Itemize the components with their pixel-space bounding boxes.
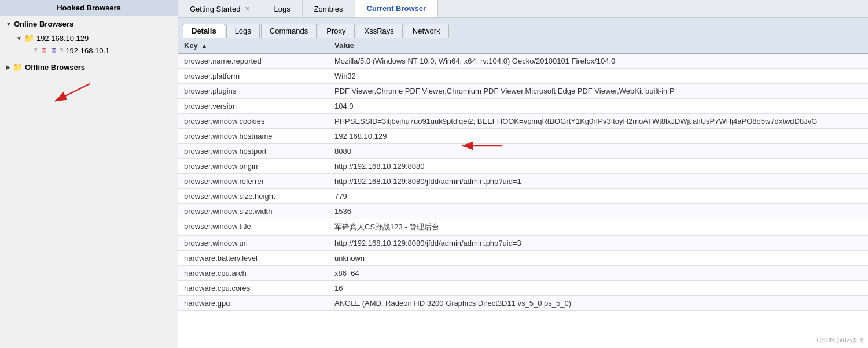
sort-arrow-icon: ▲ — [201, 42, 207, 49]
table-row: browser.window.size.height779 — [178, 189, 868, 204]
details-table: Key ▲ Value browser.name.reportedMozilla… — [178, 38, 868, 311]
table-body: browser.name.reportedMozilla/5.0 (Window… — [178, 53, 868, 311]
table-cell-value: unknown — [329, 251, 868, 266]
tab-getting-started[interactable]: Getting Started ✕ — [178, 0, 262, 17]
col-header-value: Value — [329, 38, 868, 53]
subtab-network[interactable]: Network — [404, 24, 449, 38]
table-row: browser.window.hostport8080 — [178, 144, 868, 159]
tab-getting-started-close[interactable]: ✕ — [245, 5, 250, 13]
tab-zombies[interactable]: Zombies — [303, 0, 355, 17]
folder-icon: 📁 — [24, 34, 34, 43]
table-cell-value: x86_64 — [329, 266, 868, 281]
online-browsers-text: Online Browsers — [14, 20, 73, 28]
subtab-commands[interactable]: Commands — [261, 24, 317, 38]
browser-ip-label: 192.168.10.1 — [65, 46, 109, 55]
question-icon-2: ? — [60, 47, 64, 55]
table-cell-value: 16 — [329, 281, 868, 296]
table-row: hardware.gpuANGLE (AMD, Radeon HD 3200 G… — [178, 296, 868, 311]
details-table-area: Key ▲ Value browser.name.reportedMozilla… — [178, 38, 868, 348]
table-row: browser.window.hostname192.168.10.129 — [178, 129, 868, 144]
table-row: hardware.battery.levelunknown — [178, 251, 868, 266]
table-cell-key: browser.window.origin — [178, 159, 329, 174]
offline-expand-icon: ▶ — [6, 64, 10, 71]
table-row: browser.window.cookiesPHPSESSID=3jtjbvjh… — [178, 114, 868, 129]
browser-icon-1: 🖥 — [40, 46, 47, 55]
table-cell-key: browser.window.uri — [178, 236, 329, 251]
table-cell-key: browser.window.hostname — [178, 129, 329, 144]
table-row: browser.window.size.width1536 — [178, 204, 868, 219]
ip-group-label[interactable]: ▼ 📁 192.168.10.129 — [12, 32, 178, 45]
table-cell-value: http://192.168.10.129:8080 — [329, 159, 868, 174]
main-panel: Getting Started ✕ Logs Zombies Current B… — [178, 0, 868, 348]
table-cell-key: browser.window.title — [178, 219, 329, 236]
table-cell-value: 军锋真人CS野战123 - 管理后台 — [329, 219, 868, 236]
table-cell-value: 779 — [329, 189, 868, 204]
table-row: browser.name.reportedMozilla/5.0 (Window… — [178, 53, 868, 69]
table-row: browser.window.title军锋真人CS野战123 - 管理后台 — [178, 219, 868, 236]
table-row: browser.pluginsPDF Viewer,Chrome PDF Vie… — [178, 84, 868, 99]
table-row: browser.window.urihttp://192.168.10.129:… — [178, 236, 868, 251]
table-cell-value: ANGLE (AMD, Radeon HD 3200 Graphics Dire… — [329, 296, 868, 311]
browser-entry[interactable]: ? 🖥 🖥 ? 192.168.10.1 — [29, 45, 178, 57]
table-cell-key: browser.plugins — [178, 84, 329, 99]
online-browsers-group: ▼ Online Browsers ▼ 📁 192.168.10.129 ? 🖥… — [0, 16, 178, 59]
sidebar-title: Hooked Browsers — [0, 0, 178, 16]
question-icon-1: ? — [34, 47, 38, 55]
tab-current-browser-label: Current Browser — [367, 4, 426, 13]
ip-group: ▼ 📁 192.168.10.129 ? 🖥 🖥 ? 192.168.10.1 — [12, 31, 178, 58]
table-cell-key: hardware.cpu.arch — [178, 266, 329, 281]
ip-children: ? 🖥 🖥 ? 192.168.10.1 — [12, 45, 178, 57]
table-cell-key: browser.window.cookies — [178, 114, 329, 129]
table-cell-key: browser.window.size.height — [178, 189, 329, 204]
table-cell-value: 104.0 — [329, 99, 868, 114]
offline-browsers-label[interactable]: ▶ 📁 Offline Browsers — [0, 60, 178, 74]
table-cell-key: browser.window.referrer — [178, 174, 329, 189]
subtab-proxy[interactable]: Proxy — [318, 24, 354, 38]
subtab-logs[interactable]: Logs — [226, 24, 260, 38]
sub-tabs: Details Logs Commands Proxy XssRays Netw… — [178, 18, 868, 38]
table-row: browser.window.originhttp://192.168.10.1… — [178, 159, 868, 174]
table-row: hardware.cpu.archx86_64 — [178, 266, 868, 281]
ip-label: 192.168.10.129 — [36, 34, 89, 43]
sidebar: Hooked Browsers ▼ Online Browsers ▼ 📁 19… — [0, 0, 178, 348]
table-cell-value: http://192.168.10.129:8080/jfdd/admin/ad… — [329, 174, 868, 189]
table-row: browser.version104.0 — [178, 99, 868, 114]
table-cell-key: browser.window.size.width — [178, 204, 329, 219]
subtab-xssrays[interactable]: XssRays — [356, 24, 403, 38]
table-cell-value: http://192.168.10.129:8080/jfdd/admin/ad… — [329, 236, 868, 251]
tab-zombies-label: Zombies — [314, 5, 343, 13]
offline-browsers-group: ▶ 📁 Offline Browsers — [0, 59, 178, 75]
table-cell-value: 8080 — [329, 144, 868, 159]
tab-current-browser[interactable]: Current Browser — [355, 0, 439, 17]
table-cell-value: Mozilla/5.0 (Windows NT 10.0; Win64; x64… — [329, 53, 868, 69]
browser-icon-2: 🖥 — [50, 46, 57, 55]
expand-triangle-icon: ▼ — [6, 21, 12, 27]
table-cell-value: PHPSESSID=3jtjbvjhu7uo91uuk9ptdiqei2; BE… — [329, 114, 868, 129]
online-browsers-sub: ▼ 📁 192.168.10.129 ? 🖥 🖥 ? 192.168.10.1 — [0, 31, 178, 58]
table-row: browser.window.referrerhttp://192.168.10… — [178, 174, 868, 189]
tab-getting-started-label: Getting Started — [190, 5, 240, 13]
ip-expand-icon: ▼ — [16, 35, 22, 42]
top-nav: Getting Started ✕ Logs Zombies Current B… — [178, 0, 868, 18]
table-cell-key: hardware.cpu.cores — [178, 281, 329, 296]
table-cell-value: 1536 — [329, 204, 868, 219]
subtab-details[interactable]: Details — [183, 24, 225, 38]
table-cell-value: 192.168.10.129 — [329, 129, 868, 144]
offline-browsers-text: Offline Browsers — [25, 63, 85, 72]
table-cell-key: hardware.gpu — [178, 296, 329, 311]
table-row: browser.platformWin32 — [178, 69, 868, 84]
online-browsers-label[interactable]: ▼ Online Browsers — [0, 17, 178, 31]
table-cell-key: hardware.battery.level — [178, 251, 329, 266]
table-cell-value: Win32 — [329, 69, 868, 84]
svg-line-1 — [55, 84, 90, 101]
table-cell-key: browser.platform — [178, 69, 329, 84]
col-header-key: Key ▲ — [178, 38, 329, 53]
table-cell-key: browser.window.hostport — [178, 144, 329, 159]
offline-folder-icon: 📁 — [13, 62, 23, 72]
table-cell-key: browser.name.reported — [178, 53, 329, 69]
table-row: hardware.cpu.cores16 — [178, 281, 868, 296]
table-cell-value: PDF Viewer,Chrome PDF Viewer,Chromium PD… — [329, 84, 868, 99]
tab-logs[interactable]: Logs — [262, 0, 302, 17]
tab-logs-label: Logs — [274, 5, 290, 13]
table-cell-key: browser.version — [178, 99, 329, 114]
